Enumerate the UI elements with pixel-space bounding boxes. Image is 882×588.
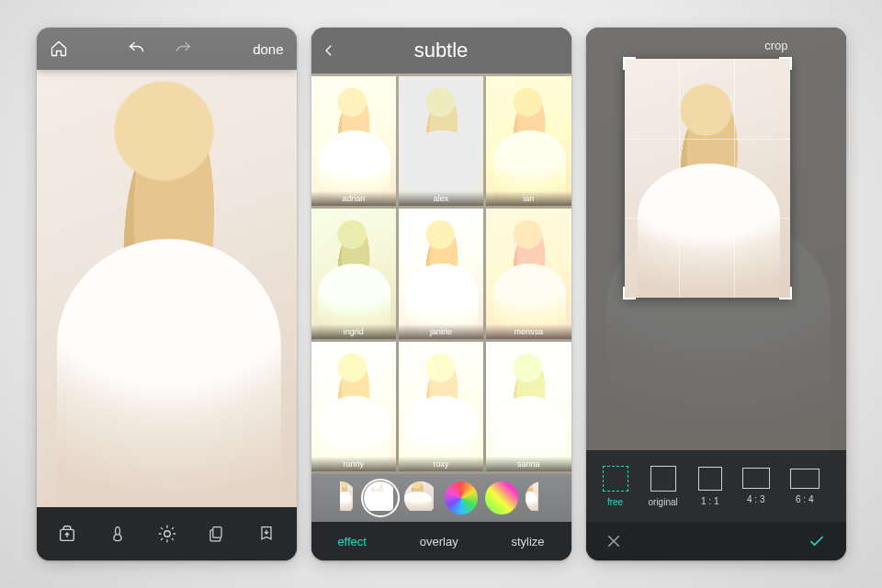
editor-toolbar [37,507,297,560]
ratio-label: original [649,497,678,507]
open-image-icon[interactable] [57,524,77,544]
brush-icon[interactable] [108,524,127,544]
pack-peek-right[interactable] [526,481,542,514]
save-icon[interactable] [257,524,276,544]
crop-handle-tr[interactable] [779,57,792,70]
filter-label: ingrid [311,324,396,339]
confirm-icon[interactable] [806,532,828,550]
ratio-original[interactable]: original [649,466,678,507]
svg-rect-2 [213,527,221,538]
adjust-icon[interactable] [157,524,177,544]
ratio-free[interactable]: free [603,466,628,507]
effect-tabs: effect overlay stylize [311,522,571,560]
filter-thumb[interactable]: janine [399,209,483,338]
filter-label: ian [486,191,571,206]
crop-handle-br[interactable] [779,287,792,300]
filter-thumb[interactable]: adrian [311,76,396,206]
filter-label: janine [399,324,483,339]
ratio-label: free [607,497,623,507]
redo-icon[interactable] [173,40,193,58]
filter-pack-carousel[interactable] [311,474,571,522]
filter-thumb[interactable]: roxy [399,342,483,471]
editor-canvas[interactable] [37,28,297,507]
tab-effect[interactable]: effect [337,535,367,548]
aspect-ratio-bar: free original 1 : 1 4 : 3 6 : 4 [586,450,846,522]
ratio-1-1[interactable]: 1 : 1 [698,467,722,506]
filter-label: roxy [399,457,483,471]
tab-stylize[interactable]: stylize [511,535,544,548]
crop-screen: crop free original 1 : 1 4 : 3 6 : 4 [586,28,846,560]
filter-label: sanna [486,457,571,471]
filter-grid: adrian alex ian ingrid janine merissa ro… [311,74,571,474]
filter-thumb[interactable]: alex [399,76,483,206]
filter-thumb[interactable]: ingrid [311,209,396,338]
undo-icon[interactable] [127,40,147,58]
pack-circle-selected[interactable] [364,481,397,514]
filter-pack-title: subtle [414,39,469,62]
filter-thumb[interactable]: ronny [311,342,396,471]
editor-main-screen: done [37,28,297,560]
pack-circle[interactable] [445,481,478,514]
cancel-icon[interactable] [605,532,623,550]
filter-picker-screen: subtle adrian alex ian ingrid janine mer… [311,28,571,560]
pack-circle[interactable] [485,481,518,514]
crop-frame[interactable]: crop [625,59,790,298]
pack-circle[interactable] [404,481,437,514]
back-icon[interactable] [321,42,337,59]
crop-confirm-bar [586,522,846,560]
filter-thumb[interactable]: sanna [486,342,571,471]
filter-label: merissa [486,324,571,339]
crop-handle-bl[interactable] [623,287,636,300]
home-icon[interactable] [50,40,68,58]
editor-top-bar: done [37,28,297,70]
filter-label: alex [399,191,483,206]
pack-peek-left[interactable] [340,481,356,514]
ratio-6-4[interactable]: 6 : 4 [790,469,820,504]
crop-handle-tl[interactable] [623,57,636,70]
ratio-label: 1 : 1 [701,496,718,506]
filter-label: adrian [311,191,396,206]
ratio-label: 6 : 4 [796,494,813,504]
ratio-4-3[interactable]: 4 : 3 [742,468,770,504]
filter-thumb[interactable]: ian [486,76,571,206]
crop-label: crop [764,39,787,52]
ratio-label: 4 : 3 [747,494,764,504]
filter-pack-title-bar: subtle [311,28,571,74]
filter-label: ronny [311,457,396,471]
tab-overlay[interactable]: overlay [420,535,458,548]
filter-thumb[interactable]: merissa [486,209,571,338]
crop-canvas[interactable]: crop [586,28,846,450]
svg-point-1 [164,531,170,537]
done-button[interactable]: done [253,41,283,57]
layers-icon[interactable] [208,524,226,544]
